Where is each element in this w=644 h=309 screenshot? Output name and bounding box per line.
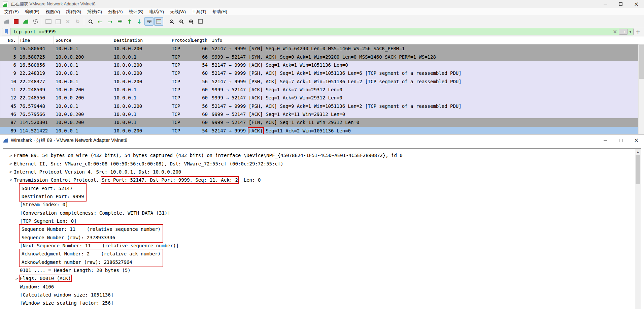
go-next-packet-icon[interactable] (105, 17, 114, 26)
tree-line-11[interactable]: [Next Sequence Number: 11 (relative sequ… (20, 242, 641, 250)
zoom-in-icon[interactable]: + (167, 17, 176, 26)
column-header-destination[interactable]: Destination (112, 36, 170, 44)
tree-line-13[interactable]: Acknowledgment number (raw): 2386527964 (20, 258, 162, 266)
zoom-out-icon[interactable]: − (177, 17, 186, 26)
tree-text: Window: 4106 (20, 284, 54, 289)
go-last-packet-icon[interactable] (135, 17, 144, 26)
capture-stop-icon[interactable] (11, 17, 21, 26)
column-header-info[interactable]: Info (209, 36, 644, 44)
tree-text: Ethernet II, Src: VMware_c0:00:08 (00:50… (14, 161, 283, 166)
filter-apply-button[interactable]: → (619, 29, 628, 35)
tree-line-0[interactable]: >Frame 89: 54 bytes on wire (432 bits), … (8, 151, 641, 159)
tree-line-6[interactable]: [Stream index: 0] (20, 200, 641, 209)
capture-start-icon (2, 17, 11, 26)
detail-scrollbar[interactable]: ▲ (635, 149, 641, 309)
menu-wireless[interactable]: 无线(W) (167, 9, 189, 15)
menu-analyze[interactable]: 分析(A) (105, 9, 126, 15)
column-header-source[interactable]: Source (54, 36, 112, 44)
capture-restart-icon[interactable] (21, 17, 30, 26)
expand-arrow-icon[interactable]: > (8, 153, 14, 158)
packet-list-scrollbar-thumb[interactable] (639, 45, 644, 79)
minimize-icon (604, 140, 607, 141)
menu-capture[interactable]: 捕获(C) (84, 9, 105, 15)
close-file-icon (63, 17, 72, 26)
tree-line-9[interactable]: Sequence Number: 11 (relative sequence n… (20, 225, 162, 233)
toolbar-separator (42, 18, 42, 25)
display-filter-input[interactable]: tcp.port ==9999 (11, 28, 611, 35)
filter-bar: tcp.port ==9999 × → ▾ + (0, 27, 644, 36)
packet-info: 9999 → 52147 [SYN, ACK] Seq=0 Ack=1 Win=… (209, 53, 644, 61)
menu-help[interactable]: 帮助(H) (209, 9, 230, 15)
filter-add-button[interactable]: + (634, 28, 642, 35)
packet-row-9[interactable]: 922.24831910.0.0.110.0.0.200TCP6052147 →… (0, 69, 644, 77)
packet-row-11[interactable]: 1122.24850910.0.0.20010.0.0.1TCP609999 →… (0, 86, 644, 94)
tree-line-4[interactable]: Source Port: 52147 (20, 184, 86, 192)
go-to-packet-icon[interactable] (115, 17, 124, 26)
expand-arrow-icon[interactable]: > (14, 276, 20, 281)
packet-row-45[interactable]: 4576.57944810.0.0.110.0.0.200TCP5652147 … (0, 102, 644, 110)
detail-close-button[interactable]: × (629, 134, 644, 146)
tree-line-5[interactable]: Destination Port: 9999 (20, 192, 86, 200)
menu-edit[interactable]: 编辑(E) (22, 9, 42, 15)
colorize-packets-icon[interactable] (154, 17, 163, 26)
packet-row-5[interactable]: 516.58072510.0.0.20010.0.0.1TCP669999 → … (0, 53, 644, 61)
close-button[interactable]: × (629, 0, 644, 8)
menu-file[interactable]: 文件(F) (1, 9, 22, 15)
packet-row-4[interactable]: 416.58060410.0.0.110.0.0.200TCP6652147 →… (0, 44, 644, 53)
packet-row-89[interactable]: 89114.52142210.0.0.110.0.0.200TCP5452147… (0, 127, 644, 135)
resize-columns-icon[interactable] (196, 17, 205, 26)
find-packet-icon[interactable] (86, 17, 95, 26)
expand-arrow-icon[interactable]: > (8, 161, 14, 166)
packet-row-46[interactable]: 4676.57956610.0.0.20010.0.0.1TCP609999 →… (0, 110, 644, 118)
scroll-up-icon[interactable]: ▲ (635, 149, 641, 155)
filter-dropdown-arrow[interactable]: ▾ (629, 30, 633, 34)
tree-line-8[interactable]: [TCP Segment Len: 0] (20, 217, 641, 225)
menu-view[interactable]: 视图(V) (42, 9, 63, 15)
tree-line-3[interactable]: >Transmission Control Protocol, Src Port… (8, 176, 641, 184)
filter-clear-button[interactable]: × (611, 29, 619, 35)
packet-list-header: No.TimeSourceDestinationProtocolLengthIn… (0, 36, 644, 44)
tree-line-18[interactable]: [Window size scaling factor: 256] (20, 299, 641, 307)
collapse-arrow-icon[interactable]: > (8, 177, 13, 183)
menu-tools[interactable]: 工具(T) (189, 9, 209, 15)
tree-line-16[interactable]: Window: 4106 (20, 283, 641, 291)
column-header-protocol[interactable]: Protocol (170, 36, 191, 44)
zoom-reset-icon[interactable]: = (187, 17, 196, 26)
tree-line-15[interactable]: >Flags: 0x010 (ACK) (14, 274, 641, 282)
display-filter-field: tcp.port ==9999 × → ▾ (2, 28, 634, 35)
packet-row-87[interactable]: 87114.52030110.0.0.20010.0.0.1TCP609999 … (0, 118, 644, 126)
packet-row-6[interactable]: 616.58085610.0.0.110.0.0.200TCP5452147 →… (0, 61, 644, 69)
go-first-packet-icon[interactable] (125, 17, 134, 26)
tree-line-7[interactable]: [Conversation completeness: Complete, WI… (20, 209, 641, 217)
capture-window: 正在捕获 VMware Network Adapter VMnet8 × 文件(… (0, 0, 644, 134)
tree-line-10[interactable]: Sequence Number (raw): 2378933346 (20, 233, 162, 241)
tree-line-19[interactable]: Checksum: (20, 307, 641, 309)
detail-minimize-button[interactable] (598, 134, 613, 146)
packet-row-12[interactable]: 1222.24855010.0.0.20010.0.0.1TCP609999 →… (0, 94, 644, 102)
auto-scroll-icon[interactable] (144, 17, 154, 26)
minimize-button[interactable] (598, 0, 613, 8)
detail-maximize-button[interactable] (613, 134, 629, 146)
filter-bookmark-button[interactable] (2, 28, 11, 35)
tree-line-1[interactable]: >Ethernet II, Src: VMware_c0:00:08 (00:5… (8, 159, 641, 167)
tree-line-14[interactable]: 0101 .... = Header Length: 20 bytes (5) (20, 266, 641, 274)
menu-go[interactable]: 跳转(G) (63, 9, 84, 15)
tree-line-12[interactable]: Acknowledgment Number: 2 (relative ack n… (20, 250, 162, 258)
tree-text: Len: 0 (238, 177, 261, 183)
detail-scrollbar-thumb[interactable] (636, 155, 640, 184)
expand-arrow-icon[interactable]: > (8, 169, 14, 174)
menu-statistics[interactable]: 统计(S) (126, 9, 146, 15)
packet-list-scrollbar[interactable] (638, 44, 644, 135)
packet-row-10[interactable]: 1022.24837710.0.0.110.0.0.200TCP5652147 … (0, 77, 644, 85)
go-previous-packet-icon[interactable] (96, 17, 105, 26)
column-header-length[interactable]: Length (191, 36, 209, 44)
tree-line-2[interactable]: >Internet Protocol Version 4, Src: 10.0.… (8, 168, 641, 176)
tree-line-17[interactable]: [Calculated window size: 1051136] (20, 291, 641, 299)
column-header-time[interactable]: Time (19, 36, 54, 44)
maximize-button[interactable] (613, 0, 629, 8)
wireshark-app-icon (3, 1, 8, 7)
main-toolbar: +−= (0, 16, 644, 27)
capture-options-icon[interactable] (31, 17, 40, 26)
column-header-no[interactable]: No. (0, 36, 19, 44)
menu-telephony[interactable]: 电话(Y) (146, 9, 167, 15)
